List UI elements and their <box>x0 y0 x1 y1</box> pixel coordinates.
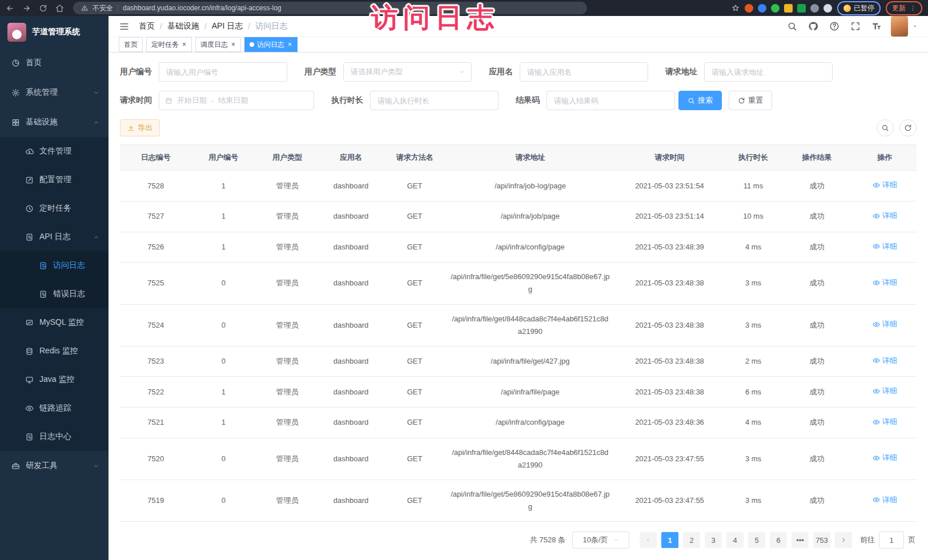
browser-update-button[interactable]: 更新 <box>886 1 922 15</box>
refresh-table-button[interactable] <box>899 119 917 136</box>
refresh-icon <box>904 124 912 132</box>
breadcrumb-item[interactable]: 基础设施 <box>167 21 199 31</box>
sidebar-item-label: 基础设施 <box>26 117 58 127</box>
access-log-icon <box>39 261 47 270</box>
address-bar[interactable]: 不安全 dashboard.yudao.iocoder.cn/infra/log… <box>73 2 587 14</box>
infra-icon <box>11 118 20 127</box>
table-cell: 2021-05-03 23:48:39 <box>614 232 725 263</box>
detail-label: 详细 <box>882 240 897 253</box>
page-button-3[interactable]: 3 <box>705 532 722 548</box>
sidebar-item-job[interactable]: 定时任务 <box>0 194 109 223</box>
tab-定时任务[interactable]: 定时任务× <box>146 37 192 52</box>
toggle-search-button[interactable] <box>877 119 894 136</box>
github-icon[interactable] <box>808 21 818 31</box>
app-name-input[interactable] <box>520 62 648 82</box>
browser-home-icon[interactable] <box>55 4 64 13</box>
search-button[interactable]: 搜索 <box>678 91 722 110</box>
sidebar-item-home[interactable]: 首页 <box>0 48 109 78</box>
next-page-button[interactable] <box>835 532 852 548</box>
page-button-1[interactable]: 1 <box>661 532 678 548</box>
breadcrumb-item[interactable]: 首页 <box>139 21 155 31</box>
table-cell: 成功 <box>781 480 853 521</box>
table-row: 75281管理员dashboardGET/api/infra/job-log/p… <box>120 171 917 202</box>
table-cell: 2021-05-03 23:48:38 <box>614 346 725 377</box>
app-logo[interactable]: 芋道管理系统 <box>0 16 109 48</box>
sidebar-item-api-log[interactable]: API 日志 <box>0 223 109 251</box>
extension-color-grid-icon[interactable] <box>784 4 793 13</box>
extension-green-circle-icon[interactable] <box>771 4 780 13</box>
user-menu[interactable] <box>891 16 918 37</box>
export-button[interactable]: 导出 <box>120 119 160 136</box>
sidebar-item-dev-tools[interactable]: 研发工具 <box>0 451 109 481</box>
page-button-last[interactable]: 753 <box>813 532 830 548</box>
browser-reload-icon[interactable] <box>39 4 47 13</box>
request-url-label: 请求地址 <box>665 67 697 77</box>
sidebar-item-infra[interactable]: 基础设施 <box>0 107 109 137</box>
extension-orange-donut-icon[interactable] <box>745 4 753 13</box>
detail-link[interactable]: 详细 <box>873 210 897 222</box>
extension-translate-badge-icon[interactable] <box>797 4 806 13</box>
page-button-2[interactable]: 2 <box>683 532 700 548</box>
sidebar-item-access-log[interactable]: 访问日志 <box>0 251 109 280</box>
extension-light-puzzle-icon[interactable] <box>823 4 832 13</box>
sidebar-item-error-log[interactable]: 错误日志 <box>0 280 109 308</box>
detail-link[interactable]: 详细 <box>873 240 897 253</box>
tab-访问日志[interactable]: 访问日志× <box>244 37 298 52</box>
page-button-5[interactable]: 5 <box>748 532 765 548</box>
page-size-select[interactable]: 10条/页 <box>572 531 629 549</box>
more-pages-button[interactable]: ••• <box>792 532 809 548</box>
page-button-4[interactable]: 4 <box>726 532 744 548</box>
emoji-avatar-icon <box>843 5 851 12</box>
browser-back-icon[interactable] <box>6 4 14 13</box>
fullscreen-icon[interactable] <box>850 21 861 31</box>
sidebar-item-mysql[interactable]: MySQL 监控 <box>0 308 109 337</box>
extension-gray-figure-icon[interactable] <box>810 4 819 13</box>
sync-paused-badge[interactable]: 已暂停 <box>837 1 881 15</box>
extension-blue-shield-icon[interactable] <box>758 4 766 13</box>
close-icon[interactable]: × <box>182 41 187 48</box>
sidebar-item-config[interactable]: 配置管理 <box>0 166 109 194</box>
page-button-6[interactable]: 6 <box>770 532 787 548</box>
browser-forward-icon[interactable] <box>22 4 31 13</box>
sidebar-item-system[interactable]: 系统管理 <box>0 78 109 107</box>
update-label: 更新 <box>892 3 906 13</box>
trace-icon <box>25 404 34 413</box>
user-type-select[interactable]: 请选择用户类型 <box>343 62 472 82</box>
table-row: 75200管理员dashboardGET/api/infra/file/get/… <box>120 438 917 480</box>
detail-link[interactable]: 详细 <box>873 452 897 464</box>
table-cell: GET <box>383 232 447 263</box>
help-icon[interactable] <box>829 21 839 31</box>
table-cell: dashboard <box>319 304 383 346</box>
request-url-input[interactable] <box>704 62 833 82</box>
tab-调度日志[interactable]: 调度日志× <box>195 37 241 52</box>
header-search-icon[interactable] <box>787 21 797 31</box>
detail-link[interactable]: 详细 <box>873 416 897 428</box>
table-cell: 管理员 <box>255 480 319 521</box>
tab-首页[interactable]: 首页 <box>119 37 143 52</box>
goto-page-input[interactable] <box>879 531 904 549</box>
request-time-range-picker[interactable]: 开始日期 - 结束日期 <box>159 91 314 110</box>
result-code-input[interactable] <box>547 91 675 110</box>
sidebar-item-trace[interactable]: 链路追踪 <box>0 394 109 422</box>
prev-page-button[interactable] <box>640 532 657 548</box>
breadcrumb-item[interactable]: API 日志 <box>212 21 243 31</box>
sidebar-item-file[interactable]: 文件管理 <box>0 137 109 166</box>
detail-link[interactable]: 详细 <box>873 494 897 506</box>
reset-button[interactable]: 重置 <box>729 91 772 110</box>
detail-link[interactable]: 详细 <box>873 179 897 191</box>
sidebar-collapse-button[interactable] <box>119 21 130 32</box>
font-size-icon[interactable] <box>871 21 882 31</box>
user-no-input[interactable] <box>159 62 287 82</box>
detail-link[interactable]: 详细 <box>873 276 897 289</box>
sidebar-item-redis[interactable]: Redis 监控 <box>0 337 109 365</box>
sidebar-item-java[interactable]: Java 监控 <box>0 365 109 394</box>
close-icon[interactable]: × <box>287 41 292 48</box>
detail-link[interactable]: 详细 <box>873 385 897 397</box>
sidebar-item-log-center[interactable]: 日志中心 <box>0 422 109 451</box>
detail-link[interactable]: 详细 <box>873 354 897 367</box>
close-icon[interactable]: × <box>231 41 236 48</box>
table-cell: 6 ms <box>725 377 781 408</box>
duration-input[interactable] <box>370 91 499 110</box>
bookmark-star-icon[interactable] <box>732 4 740 12</box>
detail-link[interactable]: 详细 <box>873 318 897 331</box>
